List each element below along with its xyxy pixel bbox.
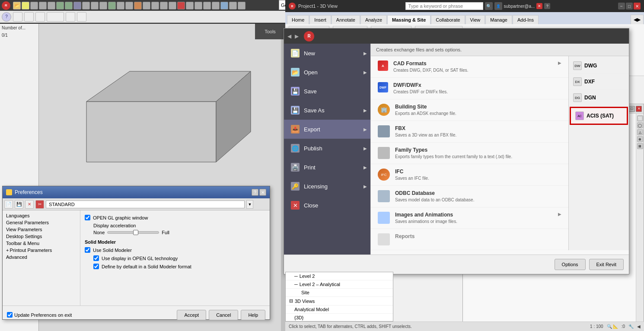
close-revit-icon[interactable]: ✕ <box>536 3 542 9</box>
rps-btn-3[interactable]: △ <box>637 129 643 135</box>
maximize-icon[interactable]: □ <box>626 3 633 10</box>
menu-item-licensing[interactable]: 🔑 Licensing ▶ <box>284 177 370 196</box>
toolbar2-icon-4[interactable] <box>47 12 64 22</box>
tab-manage[interactable]: Manage <box>485 15 512 24</box>
tab-insert[interactable]: Insert <box>309 15 331 24</box>
rps-btn-5[interactable]: ⊞ <box>637 143 643 149</box>
submenu-odbc[interactable]: ODBC Database Saves model data to an ODB… <box>371 186 568 207</box>
toolbar-icon-11[interactable] <box>99 2 107 10</box>
accept-button[interactable]: Accept <box>177 310 206 320</box>
toolbar-icon-18[interactable] <box>160 2 168 10</box>
close-window-icon[interactable]: ✕ <box>634 3 641 10</box>
tree-nav-site[interactable]: Site <box>286 289 393 297</box>
toolbar-icon-9[interactable] <box>82 2 90 10</box>
expand-3d-icon[interactable]: ⊟ <box>289 298 293 304</box>
rps-btn-2[interactable]: ◯ <box>637 122 643 128</box>
toolbar-icon-22[interactable] <box>194 2 202 10</box>
toolbar-icon-10[interactable] <box>91 2 99 10</box>
profile-dropdown[interactable]: ▼ <box>246 200 253 209</box>
submenu-reports[interactable]: Reports <box>371 229 568 250</box>
tree-view[interactable]: View Parameters <box>4 226 78 233</box>
tree-nav-level2[interactable]: ─ Level 2 <box>286 272 393 280</box>
dialog-help-btn[interactable]: ? <box>252 189 258 196</box>
search-icon[interactable]: 🔍 <box>485 2 493 10</box>
cancel-button[interactable]: Cancel <box>209 310 238 320</box>
panel-controls[interactable]: ◀▶ <box>631 15 644 24</box>
toolbar-icon-19[interactable] <box>169 2 176 10</box>
cad-sub-item-dwg[interactable]: DW DWG <box>569 58 629 74</box>
toolbar-icon-15[interactable] <box>134 2 142 10</box>
menu-item-save[interactable]: 💾 Save <box>284 82 370 101</box>
toolbar-icon-8[interactable] <box>73 2 81 10</box>
help-button[interactable]: Help <box>241 310 265 320</box>
tab-annotate[interactable]: Annotate <box>332 15 360 24</box>
back-btn[interactable]: ◀ <box>287 33 291 39</box>
tree-toolbar[interactable]: Toolbar & Menu <box>4 240 78 247</box>
toolbar-icon-7[interactable] <box>65 2 73 10</box>
help-icon[interactable]: ? <box>2 12 11 22</box>
tree-nav-level2-analytical[interactable]: ─ Level 2 – Analytical <box>286 280 393 289</box>
toolbar-icon-20[interactable] <box>177 2 185 10</box>
cad-sub-item-dxf[interactable]: DX DXF <box>569 74 629 90</box>
dialog-delete-icon[interactable]: ✕ <box>25 200 34 209</box>
tree-nav-3d[interactable]: {3D} <box>286 314 393 321</box>
keyword-search-input[interactable] <box>405 2 483 10</box>
forward-btn[interactable]: ▶ <box>295 33 299 39</box>
submenu-dwf[interactable]: DWF DWF/DWFx Creates DWF or DWFx files. <box>371 78 568 99</box>
menu-item-saveas[interactable]: 💾 Save As ▶ <box>284 101 370 120</box>
dialog-close-btn[interactable]: ✕ <box>259 189 266 196</box>
opengl-checkbox[interactable] <box>85 215 90 220</box>
menu-item-publish[interactable]: 🌐 Publish ▶ <box>284 139 370 158</box>
toolbar2-icon-5[interactable] <box>66 12 75 22</box>
display-slider[interactable] <box>107 231 159 234</box>
help-revit-icon[interactable]: ? <box>544 3 550 9</box>
menu-item-close[interactable]: ✕ Close <box>284 196 370 215</box>
toolbar-icon-17[interactable] <box>151 2 159 10</box>
profile-input[interactable] <box>46 201 245 208</box>
toolbar-icon-2[interactable] <box>22 2 29 10</box>
scale-icons[interactable]: 🔍 📐 <box>607 324 618 329</box>
toolbar-icon-26[interactable] <box>229 2 237 10</box>
use-solid-checkbox[interactable] <box>85 247 90 253</box>
tab-collaborate[interactable]: Collaborate <box>431 15 465 24</box>
tree-advanced[interactable]: Advanced <box>4 254 78 261</box>
toolbar2-icon-6[interactable] <box>77 12 86 22</box>
rps-btn-4[interactable]: ⊕ <box>637 136 643 142</box>
rp-close[interactable]: ✕ <box>636 106 642 112</box>
tree-nav-analytical[interactable]: Analytical Model <box>286 306 393 314</box>
tab-analyze[interactable]: Analyze <box>360 15 387 24</box>
submenu-images[interactable]: Images and Animations Saves animations o… <box>371 207 568 229</box>
dialog-tools-icon[interactable]: ✂ <box>35 200 44 209</box>
define-default-checkbox[interactable] <box>93 264 99 269</box>
toolbar2-icon-3[interactable] <box>35 12 45 22</box>
tab-massing[interactable]: Massing & Site <box>387 15 430 24</box>
menu-item-new[interactable]: 📄 New ▶ <box>284 44 370 63</box>
rps-btn-1[interactable]: ⬜ <box>637 115 643 121</box>
user-icon[interactable]: 👤 <box>494 2 502 10</box>
toolbar2-icon-1[interactable] <box>13 12 22 22</box>
toolbar-icon-12[interactable] <box>108 2 116 10</box>
submenu-cad-formats[interactable]: A CAD Formats Creates DWG, DXF, DGN, or … <box>371 56 568 78</box>
menu-item-export[interactable]: 📤 Export ▶ <box>284 120 370 139</box>
tab-addins[interactable]: Add-Ins <box>513 15 539 24</box>
toolbar-icon-24[interactable] <box>212 2 220 10</box>
toolbar-icon-21[interactable] <box>186 2 194 10</box>
tree-printout[interactable]: + Printout Parameters <box>4 247 78 254</box>
tree-languages[interactable]: Languages <box>4 212 78 219</box>
expand-icon[interactable]: ◀ <box>637 324 641 329</box>
cad-sub-item-dgn[interactable]: DG DGN <box>569 90 629 106</box>
printout-expand-icon[interactable]: + <box>6 248 9 253</box>
toolbar-icon-27[interactable] <box>238 2 245 10</box>
toolbar-icon-5[interactable] <box>48 2 55 10</box>
toolbar-icon-14[interactable] <box>125 2 133 10</box>
menu-item-open[interactable]: 📂 Open ▶ <box>284 63 370 82</box>
options-button[interactable]: Options <box>555 259 586 270</box>
tab-view[interactable]: View <box>465 15 485 24</box>
toolbar-icon-1[interactable]: 📂 <box>13 2 21 10</box>
submenu-building[interactable]: 🏢 Building Site Exports an ADSK exchange… <box>371 99 568 121</box>
submenu-fbx[interactable]: FBX Saves a 3D view as an FBX file. <box>371 121 568 143</box>
tree-general[interactable]: General Parameters <box>4 219 78 226</box>
app-icon[interactable]: R <box>2 1 10 10</box>
tree-nav-3dviews[interactable]: ⊟ 3D Views <box>286 297 393 306</box>
dialog-new-icon[interactable]: 📄 <box>4 200 13 209</box>
